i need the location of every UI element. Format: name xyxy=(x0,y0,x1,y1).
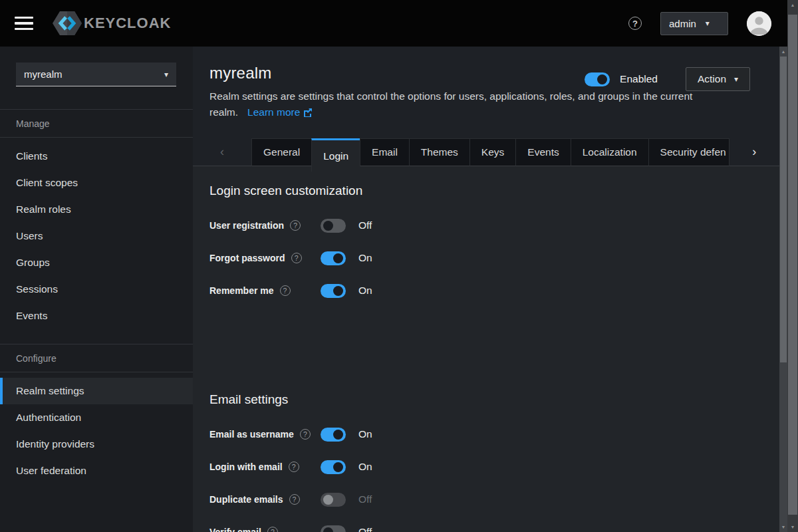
question-circle-icon[interactable]: ? xyxy=(267,527,278,532)
action-label: Action xyxy=(698,73,726,85)
form-row-user-registration: User registration ? Off xyxy=(209,215,779,235)
question-circle-icon[interactable]: ? xyxy=(290,220,301,231)
sidebar-item-events[interactable]: Events xyxy=(0,303,193,329)
tab-events[interactable]: Events xyxy=(515,138,570,166)
caret-down-icon: ▾ xyxy=(164,70,168,79)
tab-security-defenses[interactable]: Security defen xyxy=(648,138,730,166)
question-circle-icon[interactable]: ? xyxy=(289,462,299,472)
field-label: Email as username xyxy=(209,429,294,440)
nav-group-manage-label: Manage xyxy=(0,110,193,137)
tabs-scroll-right-button[interactable]: › xyxy=(730,138,779,166)
person-icon xyxy=(747,11,771,36)
toggle-state-label: On xyxy=(358,285,372,297)
user-registration-toggle[interactable] xyxy=(321,219,346,233)
field-label: Duplicate emails xyxy=(209,494,283,505)
tab-keys[interactable]: Keys xyxy=(469,138,515,166)
remember-me-toggle[interactable] xyxy=(321,284,346,298)
tab-email[interactable]: Email xyxy=(360,138,409,166)
sidebar-item-sessions[interactable]: Sessions xyxy=(0,276,193,303)
question-circle-icon[interactable]: ? xyxy=(280,285,291,296)
sidebar-item-clients[interactable]: Clients xyxy=(0,143,193,170)
form-row-email-as-username: Email as username ? On xyxy=(209,424,779,444)
window-scrollbar-thumb[interactable] xyxy=(788,15,797,515)
toggle-state-label: On xyxy=(358,461,372,473)
caret-down-icon: ▾ xyxy=(706,19,710,28)
section-title-login-customization: Login screen customization xyxy=(209,184,779,198)
keycloak-hexagon-icon xyxy=(52,10,82,37)
field-label: Remember me xyxy=(209,285,274,296)
login-tab-content: Login screen customization User registra… xyxy=(193,166,779,532)
field-label: Verify email xyxy=(209,527,261,532)
external-link-icon xyxy=(303,108,313,117)
action-dropdown[interactable]: Action ▾ xyxy=(686,67,750,91)
toggle-state-label: On xyxy=(358,252,372,264)
field-label: Login with email xyxy=(209,462,283,472)
nav-group-configure-label: Configure xyxy=(0,344,193,372)
learn-more-label: Learn more xyxy=(247,106,300,118)
field-label: Forgot password xyxy=(209,253,285,263)
sidebar-item-users[interactable]: Users xyxy=(0,223,193,249)
form-row-forgot-password: Forgot password ? On xyxy=(209,248,779,268)
content-scrollbar-thumb[interactable] xyxy=(780,57,787,362)
sidebar-item-authentication[interactable]: Authentication xyxy=(0,404,193,431)
toggle-state-label: On xyxy=(358,428,372,440)
toggle-state-label: Off xyxy=(358,526,372,532)
realm-selector[interactable]: myrealm ▾ xyxy=(16,63,176,86)
tab-themes[interactable]: Themes xyxy=(409,138,469,166)
form-row-duplicate-emails: Duplicate emails ? Off xyxy=(209,489,779,509)
question-circle-icon[interactable]: ? xyxy=(291,253,302,263)
sidebar-item-client-scopes[interactable]: Client scopes xyxy=(0,170,193,196)
verify-email-toggle[interactable] xyxy=(321,525,346,532)
toggle-state-label: Off xyxy=(358,219,372,231)
learn-more-link[interactable]: Learn more xyxy=(247,106,313,118)
realm-enabled-toggle[interactable] xyxy=(585,72,610,86)
help-icon[interactable]: ? xyxy=(628,17,642,30)
sidebar-item-user-federation[interactable]: User federation xyxy=(0,458,193,484)
duplicate-emails-toggle xyxy=(321,493,346,507)
form-row-remember-me: Remember me ? On xyxy=(209,281,779,301)
top-bar: KEYCLOAK ? admin ▾ xyxy=(0,0,798,47)
hamburger-menu-icon[interactable] xyxy=(15,17,33,30)
enabled-label: Enabled xyxy=(620,73,658,85)
tab-strip: ‹ General Login Email Themes Keys Events… xyxy=(193,138,779,166)
scroll-up-icon[interactable]: ▲ xyxy=(787,3,798,7)
scroll-down-icon[interactable]: ▼ xyxy=(787,525,798,529)
user-menu-label: admin xyxy=(669,18,696,29)
sidebar: myrealm ▾ Manage Clients Client scopes R… xyxy=(0,47,193,532)
avatar[interactable] xyxy=(747,11,771,36)
tabs-scroll-left-button[interactable]: ‹ xyxy=(193,138,251,166)
form-row-login-with-email: Login with email ? On xyxy=(209,457,779,477)
caret-down-icon: ▾ xyxy=(734,74,738,84)
user-menu-dropdown[interactable]: admin ▾ xyxy=(660,12,728,35)
login-with-email-toggle[interactable] xyxy=(321,460,346,474)
page-description: Realm settings are settings that control… xyxy=(209,88,715,120)
tab-general[interactable]: General xyxy=(251,138,311,166)
brand-name: KEYCLOAK xyxy=(84,15,171,32)
form-row-verify-email: Verify email ? Off xyxy=(209,522,779,532)
page-header: myrealm Realm settings are settings that… xyxy=(193,47,779,138)
sidebar-item-groups[interactable]: Groups xyxy=(0,249,193,276)
realm-selector-value: myrealm xyxy=(24,68,63,80)
main-panel: myrealm Realm settings are settings that… xyxy=(193,47,779,532)
question-circle-icon[interactable]: ? xyxy=(300,429,311,440)
sidebar-item-realm-roles[interactable]: Realm roles xyxy=(0,196,193,223)
field-label: User registration xyxy=(209,220,284,231)
section-title-email-settings: Email settings xyxy=(209,392,779,407)
email-as-username-toggle[interactable] xyxy=(321,428,346,442)
question-circle-icon[interactable]: ? xyxy=(289,494,300,505)
content-scrollbar[interactable]: ▲ ▼ xyxy=(779,47,787,532)
forgot-password-toggle[interactable] xyxy=(321,251,346,265)
tab-login[interactable]: Login xyxy=(311,138,360,172)
window-scrollbar[interactable]: ▲ ▼ xyxy=(787,0,798,532)
sidebar-item-realm-settings[interactable]: Realm settings xyxy=(0,378,193,404)
keycloak-logo[interactable]: KEYCLOAK xyxy=(52,10,171,37)
scroll-up-icon[interactable]: ▲ xyxy=(779,49,787,54)
tab-localization[interactable]: Localization xyxy=(571,138,648,166)
scroll-down-icon[interactable]: ▼ xyxy=(779,525,787,529)
sidebar-item-identity-providers[interactable]: Identity providers xyxy=(0,431,193,458)
toggle-state-label: Off xyxy=(358,493,372,505)
